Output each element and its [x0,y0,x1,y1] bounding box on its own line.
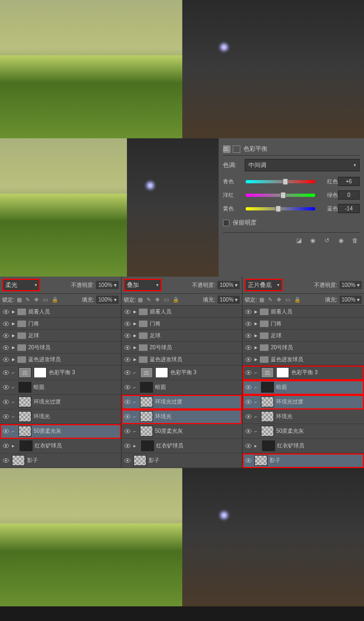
layer-item[interactable]: 影子 [122,453,242,468]
expand-arrow[interactable]: ▸ [12,443,18,449]
expand-arrow[interactable]: ▸ [133,443,140,449]
slider-handle[interactable] [280,192,286,199]
blend-mode-select[interactable]: 柔光▾ [2,279,40,291]
layer-item[interactable]: ▸蓝色进攻球员 [0,354,121,366]
visibility-toggle[interactable] [124,308,131,316]
expand-arrow[interactable]: ▸ [254,332,260,339]
visibility-toggle[interactable] [2,356,10,363]
layer-item[interactable]: ▸红衣铲球员 [0,439,121,453]
visibility-toggle[interactable] [2,344,10,351]
layer-item[interactable]: ▸红衣铲球员 [242,439,364,453]
color-slider[interactable] [246,194,315,197]
lock-paint-icon[interactable]: ✎ [146,297,153,303]
reset-icon[interactable]: ↺ [323,236,331,245]
visibility-toggle[interactable] [2,457,10,464]
view-prev-icon[interactable]: ◉ [309,236,317,245]
lock-artboard-icon[interactable]: ▭ [285,297,292,303]
layer-item[interactable]: ⌐⚖色彩平衡 3 [0,366,121,380]
opacity-value[interactable]: 100% ▾ [218,281,240,289]
visibility-toggle[interactable] [2,427,10,435]
layer-item[interactable]: ▸蓝色进攻球员 [122,354,242,366]
layer-item[interactable]: ⌐环境光过渡 [242,395,364,409]
layer-item[interactable]: ⌐50度柔光灰 [242,424,364,439]
lock-artboard-icon[interactable]: ▭ [164,297,170,303]
lock-transparent-icon[interactable]: ▦ [138,297,144,303]
layer-item[interactable]: ⌐环境光过渡 [0,395,121,409]
layer-item[interactable]: ⌐暗面 [122,380,242,395]
lock-all-icon[interactable]: 🔒 [294,297,301,303]
expand-arrow[interactable]: ▸ [12,308,17,315]
expand-arrow[interactable]: ▸ [12,332,17,339]
slider-value[interactable]: +6 [338,177,360,186]
visibility-toggle[interactable] [124,442,131,450]
expand-arrow[interactable]: ▸ [133,344,139,351]
layer-item[interactable]: ⌐环境光过渡 [122,395,242,409]
layer-item[interactable]: ▸20号球员 [0,342,121,354]
expand-arrow[interactable]: ▸ [254,320,260,327]
fill-value[interactable]: 100% ▾ [218,296,240,304]
slider-value[interactable]: 0 [338,190,360,200]
layer-item[interactable]: ▸20号球员 [122,342,242,354]
slider-value[interactable]: -14 [338,204,360,213]
layer-item[interactable]: ▸门将 [122,318,242,330]
layer-item[interactable]: ⌐50度柔光灰 [122,424,242,439]
visibility-toggle[interactable] [245,369,252,376]
visibility-toggle[interactable] [2,320,10,328]
layer-item[interactable]: ▸足球 [0,330,121,342]
visibility-toggle[interactable] [124,383,131,391]
visibility-toggle[interactable] [245,308,252,316]
expand-arrow[interactable]: ▸ [12,320,17,327]
visibility-toggle[interactable] [124,457,131,464]
fill-value[interactable]: 100% ▾ [340,296,362,304]
layer-item[interactable]: 影子 [242,453,364,468]
tone-select[interactable]: 中间调 ▾ [245,159,360,171]
expand-arrow[interactable]: ▸ [133,332,139,339]
visibility-toggle[interactable] [245,383,252,391]
lock-transparent-icon[interactable]: ▦ [259,297,266,303]
visibility-toggle[interactable] [2,398,10,406]
color-slider[interactable] [246,180,315,183]
visibility-toggle[interactable] [2,383,10,391]
opacity-value[interactable]: 100% ▾ [96,281,118,289]
layer-item[interactable]: ▸红衣铲球员 [122,439,242,453]
lock-position-icon[interactable]: ✥ [34,297,41,303]
delete-icon[interactable]: 🗑 [351,236,360,245]
expand-arrow[interactable]: ▸ [133,356,139,363]
layer-item[interactable]: ⌐⚖色彩平衡 3 [122,366,242,380]
layer-item[interactable]: ▸足球 [122,330,242,342]
layer-item[interactable]: ▸门将 [242,318,364,330]
layer-item[interactable]: ▸门将 [0,318,121,330]
layer-item[interactable]: ⌐暗面 [0,380,121,395]
lock-paint-icon[interactable]: ✎ [25,297,32,303]
blend-mode-select[interactable]: 叠加▾ [124,279,162,291]
lock-transparent-icon[interactable]: ▦ [17,297,23,303]
blend-mode-select[interactable]: 正片叠底▾ [245,279,283,291]
visibility-icon[interactable]: ◉ [337,236,346,245]
visibility-toggle[interactable] [245,413,252,420]
layer-item[interactable]: ▸蓝色进攻球员 [242,354,364,366]
layer-item[interactable]: 影子 [0,453,121,468]
layer-item[interactable]: ⌐环境光 [0,409,121,424]
expand-arrow[interactable]: ▸ [12,356,17,363]
layer-item[interactable]: ⌐环境光 [122,409,242,424]
visibility-toggle[interactable] [245,332,252,340]
opacity-value[interactable]: 100% ▾ [340,281,362,289]
visibility-toggle[interactable] [2,413,10,420]
lock-position-icon[interactable]: ✥ [277,297,283,303]
expand-arrow[interactable]: ▸ [254,443,261,449]
layer-item[interactable]: ▸观看人员 [0,306,121,318]
visibility-toggle[interactable] [245,356,252,363]
visibility-toggle[interactable] [2,442,10,450]
visibility-toggle[interactable] [245,427,252,435]
visibility-toggle[interactable] [124,332,131,340]
visibility-toggle[interactable] [245,344,252,351]
visibility-toggle[interactable] [124,369,131,376]
visibility-toggle[interactable] [245,320,252,328]
visibility-toggle[interactable] [124,398,131,406]
layer-item[interactable]: ⌐50度柔光灰 [0,424,121,439]
visibility-toggle[interactable] [2,369,10,376]
layer-item[interactable]: ▸观看人员 [122,306,242,318]
fill-value[interactable]: 100% ▾ [96,296,118,304]
visibility-toggle[interactable] [124,413,131,420]
layer-item[interactable]: ⌐环境光 [242,409,364,424]
